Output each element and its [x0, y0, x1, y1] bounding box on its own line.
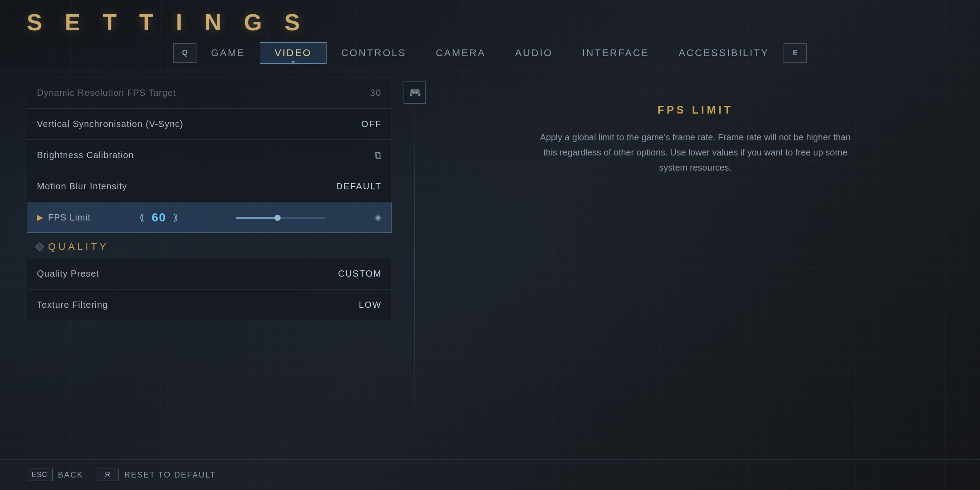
setting-texture-filtering[interactable]: Texture Filtering LOW — [27, 289, 392, 320]
tab-audio[interactable]: AUDIO — [500, 42, 568, 64]
setting-value-fps-limit: 60 — [151, 211, 166, 225]
info-title: FPS LIMIT — [657, 104, 733, 116]
setting-name-dynamic-resolution: Dynamic Resolution FPS Target — [37, 88, 176, 98]
setting-quality-preset[interactable]: Quality Preset CUSTOM — [27, 258, 392, 289]
setting-name-quality-preset: Quality Preset — [37, 269, 99, 279]
settings-list: Dynamic Resolution FPS Target 30 Vertica… — [27, 77, 392, 320]
fps-slider-thumb[interactable] — [274, 215, 281, 221]
nav-left-icon[interactable]: Q — [173, 43, 196, 63]
reset-label: Reset to Default — [124, 470, 216, 480]
setting-name-texture-filtering: Texture Filtering — [37, 300, 108, 310]
quality-section-header: QUALITY — [27, 233, 392, 258]
tab-controls[interactable]: CONTROLS — [327, 42, 421, 64]
esc-key-badge: ESC — [27, 469, 53, 481]
header: S E T T I N G S — [0, 0, 980, 36]
panel-divider: 🎮 — [414, 77, 415, 446]
setting-name-vsync: Vertical Synchronisation (V-Sync) — [37, 119, 184, 129]
fps-arrow-right[interactable]: ⟫ — [173, 212, 178, 223]
setting-name-brightness: Brightness Calibration — [37, 150, 134, 160]
back-label: Back — [58, 470, 83, 480]
left-panel: Dynamic Resolution FPS Target 30 Vertica… — [27, 77, 392, 446]
bottom-bar: ESC Back R Reset to Default — [0, 459, 980, 490]
tab-video[interactable]: VIDEO — [260, 42, 326, 64]
nav-right-icon[interactable]: E — [784, 43, 807, 63]
reset-button[interactable]: R Reset to Default — [97, 469, 216, 481]
r-key-badge: R — [97, 469, 119, 481]
setting-brightness[interactable]: Brightness Calibration ⧉ — [27, 139, 392, 171]
setting-motion-blur[interactable]: Motion Blur Intensity DEFAULT — [27, 171, 392, 202]
fps-lock-icon: ◈ — [374, 212, 382, 223]
setting-name-motion-blur: Motion Blur Intensity — [37, 181, 127, 192]
setting-value-motion-blur: DEFAULT — [336, 181, 382, 192]
microphone-icon: 🎮 — [409, 87, 421, 98]
tab-accessibility[interactable]: ACCESSIBILITY — [664, 42, 784, 64]
fps-chevron: ▶ — [37, 212, 44, 222]
setting-fps-limit[interactable]: ▶ FPS Limit ⟪ 60 ⟫ ◈ — [27, 202, 392, 233]
tab-camera[interactable]: CAMERA — [421, 42, 500, 64]
setting-value-dynamic-resolution: 30 — [370, 88, 382, 98]
fps-controls: ⟪ 60 ⟫ — [139, 211, 178, 225]
setting-value-vsync: OFF — [361, 119, 382, 129]
setting-dynamic-resolution[interactable]: Dynamic Resolution FPS Target 30 — [27, 77, 392, 108]
fps-slider-fill — [236, 217, 276, 219]
fps-arrow-left[interactable]: ⟪ — [139, 212, 144, 223]
content-area: Dynamic Resolution FPS Target 30 Vertica… — [0, 64, 980, 459]
setting-name-fps-limit: ▶ FPS Limit — [37, 212, 91, 223]
main-container: S E T T I N G S Q GAME VIDEO CONTROLS CA… — [0, 0, 980, 490]
setting-value-quality-preset: CUSTOM — [338, 269, 382, 279]
tab-game[interactable]: GAME — [196, 42, 260, 64]
brightness-icon[interactable]: ⧉ — [375, 150, 382, 161]
right-panel: FPS LIMIT Apply a global limit to the ga… — [437, 77, 953, 446]
info-text: Apply a global limit to the game's frame… — [539, 130, 851, 175]
lock-icon-wrap: 🎮 — [404, 82, 426, 104]
page-title: S E T T I N G S — [27, 9, 953, 36]
tab-interface[interactable]: INTERFACE — [568, 42, 664, 64]
nav-bar: Q GAME VIDEO CONTROLS CAMERA AUDIO INTER… — [0, 36, 980, 64]
fps-slider-track[interactable] — [236, 217, 325, 219]
back-button[interactable]: ESC Back — [27, 469, 83, 481]
setting-vsync[interactable]: Vertical Synchronisation (V-Sync) OFF — [27, 108, 392, 139]
setting-value-texture-filtering: LOW — [359, 300, 382, 310]
